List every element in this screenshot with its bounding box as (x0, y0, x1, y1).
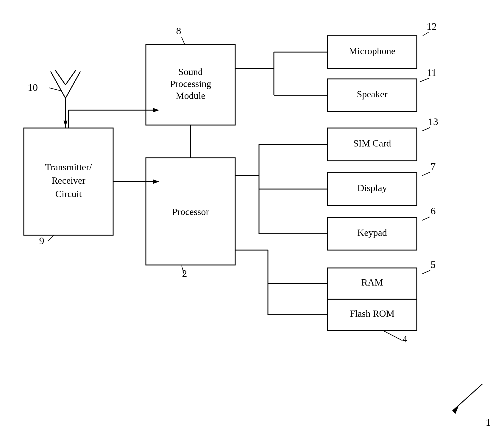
ref-8: 8 (176, 25, 181, 36)
transmitter-label-3: Circuit (55, 188, 82, 199)
ref-1: 1 (486, 417, 491, 428)
svg-line-23 (422, 172, 430, 176)
svg-line-24 (422, 217, 430, 220)
svg-line-2 (65, 71, 80, 98)
sim-label: SIM Card (353, 138, 391, 149)
ref-11: 11 (427, 67, 437, 78)
ref-10: 10 (28, 82, 38, 93)
flash-rom-label: Flash ROM (350, 308, 394, 319)
sound-label-3: Module (176, 90, 205, 101)
svg-line-19 (423, 32, 429, 36)
svg-line-20 (420, 78, 429, 82)
svg-line-6 (49, 88, 61, 91)
transmitter-label-2: Receiver (52, 175, 85, 186)
svg-marker-5 (63, 121, 68, 127)
speaker-label: Speaker (357, 89, 387, 99)
svg-line-25 (422, 270, 430, 274)
svg-marker-10 (153, 108, 159, 112)
sound-label-1: Sound (178, 66, 203, 77)
ref-5: 5 (431, 259, 436, 270)
ref-12: 12 (427, 21, 437, 32)
transmitter-label-1: Transmitter/ (45, 162, 92, 172)
ram-label: RAM (361, 277, 383, 288)
ref-9: 9 (39, 235, 44, 246)
processor-label: Processor (172, 206, 209, 217)
diagram-container: 10 Transmitter/ Receiver Circuit 9 Sound… (0, 0, 504, 432)
ref-6: 6 (431, 205, 436, 216)
svg-line-26 (384, 331, 402, 340)
svg-line-1 (51, 71, 65, 98)
keypad-label: Keypad (357, 227, 387, 238)
display-label: Display (357, 183, 387, 193)
ref-7: 7 (431, 161, 436, 172)
svg-line-22 (422, 127, 430, 131)
svg-marker-12 (153, 180, 159, 184)
ref-4: 4 (402, 333, 408, 344)
sound-label-2: Processing (170, 78, 211, 89)
svg-line-13 (182, 37, 185, 44)
svg-line-7 (48, 235, 54, 241)
ref-13: 13 (428, 116, 438, 127)
svg-line-36 (452, 384, 482, 411)
microphone-label: Microphone (349, 46, 395, 56)
